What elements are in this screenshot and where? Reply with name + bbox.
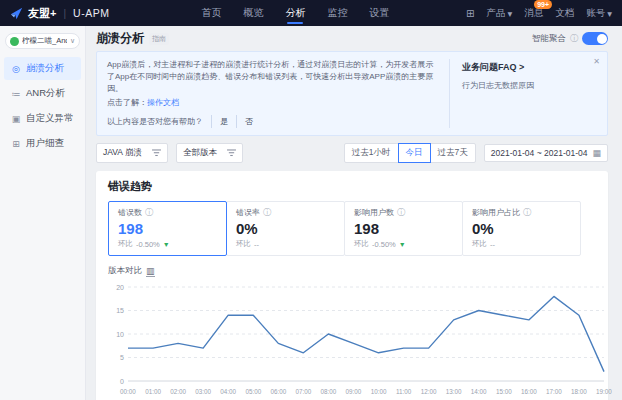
time-range-group: 过去1小时 今日 过去7天 xyxy=(344,143,476,163)
svg-text:03:00: 03:00 xyxy=(195,388,211,395)
smart-aggregation-toggle[interactable] xyxy=(582,32,608,45)
nav-item-home[interactable]: 首页 xyxy=(201,0,221,26)
stat-value: 198 xyxy=(118,220,217,237)
docs-link[interactable]: 文档 xyxy=(555,7,574,20)
sidebar-item-user-insight[interactable]: ⊞ 用户细查 xyxy=(4,132,81,155)
anr-analysis-icon: ≔ xyxy=(11,89,21,99)
delta-prefix: 环比 xyxy=(472,239,487,249)
logo-text: 友盟+ xyxy=(28,6,56,21)
top-nav-items: 首页 概览 分析 监控 设置 xyxy=(201,0,389,26)
sidebar-item-crash-analysis[interactable]: ◎ 崩溃分析 xyxy=(4,57,81,80)
banner-description: App崩溃后，对主进程和子进程的崩溃进行统计分析，通过对崩溃日志的计算，为开发者… xyxy=(107,59,439,95)
svg-text:15:00: 15:00 xyxy=(496,388,512,395)
nav-item-overview[interactable]: 概览 xyxy=(243,0,263,26)
umeng-logo[interactable]: 友盟+ | U-APM xyxy=(10,6,109,21)
svg-text:15: 15 xyxy=(116,307,124,314)
trend-chart: 0510152000:0001:0002:0003:0004:0005:0006… xyxy=(108,279,596,400)
u-apm-dashboard: 友盟+ | U-APM 首页 概览 分析 监控 设置 ⊞ 产品 ▾ 消息 99+… xyxy=(0,0,622,400)
range-today-button[interactable]: 今日 xyxy=(398,143,431,163)
feedback-no-button[interactable]: 否 xyxy=(236,115,261,128)
sidebar-item-label: 用户细查 xyxy=(26,137,64,150)
info-icon: ⓘ xyxy=(145,207,153,218)
navbar-right: ⊞ 产品 ▾ 消息 99+ 文档 账号 ▾ xyxy=(466,7,612,20)
stat-card-error-rate[interactable]: 错误率 ⓘ 0% 环比 -- xyxy=(226,201,345,256)
sidebar-item-label: 崩溃分析 xyxy=(26,62,64,75)
range-last-7-days-button[interactable]: 过去7天 xyxy=(430,143,476,163)
delta-value: -0.50% xyxy=(372,240,396,249)
grid-menu-icon[interactable]: ⊞ xyxy=(466,8,474,19)
svg-text:18:00: 18:00 xyxy=(571,388,587,395)
stat-card-affected-user-ratio[interactable]: 影响用户占比 ⓘ 0% 环比 -- xyxy=(462,201,581,256)
sidebar-item-custom-exception[interactable]: ▣ 自定义异常 xyxy=(4,107,81,130)
delta-prefix: 环比 xyxy=(118,239,133,249)
delta-value: -0.50% xyxy=(136,240,160,249)
info-icon[interactable]: ⓘ xyxy=(570,33,578,44)
caret-down-icon: ▾ xyxy=(607,8,612,19)
down-arrow-icon: ▼ xyxy=(163,241,170,248)
svg-text:19:00: 19:00 xyxy=(596,388,612,395)
filter-bar: JAVA 崩溃 全部版本 xyxy=(96,143,608,163)
svg-text:10:00: 10:00 xyxy=(371,388,387,395)
messages-link[interactable]: 消息 99+ xyxy=(524,7,543,20)
product-name: U-APM xyxy=(73,7,109,19)
svg-text:07:00: 07:00 xyxy=(295,388,311,395)
svg-text:00:00: 00:00 xyxy=(120,388,136,395)
stat-card-error-count[interactable]: 错误数 ⓘ 198 环比 -0.50% ▼ xyxy=(108,201,227,256)
version-select[interactable]: 全部版本 xyxy=(176,143,243,163)
section-title: 错误趋势 xyxy=(108,179,596,194)
range-last-hour-button[interactable]: 过去1小时 xyxy=(344,143,399,163)
info-icon: ⓘ xyxy=(397,207,405,218)
faq-sub-link[interactable]: 行为日志无数据原因 xyxy=(462,80,597,91)
stat-card-affected-users[interactable]: 影响用户数 ⓘ 198 环比 -0.50% ▼ xyxy=(344,201,463,256)
products-menu[interactable]: 产品 ▾ xyxy=(486,7,512,20)
top-navbar: 友盟+ | U-APM 首页 概览 分析 监控 设置 ⊞ 产品 ▾ 消息 99+… xyxy=(0,0,622,26)
version-compare-link[interactable]: 版本对比 ▥ xyxy=(108,265,596,277)
sidebar-item-anr-analysis[interactable]: ≔ ANR分析 xyxy=(4,82,81,105)
banner-text-area: App崩溃后，对主进程和子进程的崩溃进行统计分析，通过对崩溃日志的计算，为开发者… xyxy=(107,59,449,128)
svg-text:16:00: 16:00 xyxy=(521,388,537,395)
app-avatar xyxy=(10,37,19,46)
version-compare-label: 版本对比 xyxy=(108,265,142,277)
delta-prefix: 环比 xyxy=(354,239,369,249)
calendar-icon: ▦ xyxy=(592,148,601,158)
guide-badge: 指南 xyxy=(149,33,169,45)
page-title: 崩溃分析 xyxy=(96,30,144,47)
crash-type-select[interactable]: JAVA 崩溃 xyxy=(96,143,168,163)
crash-analysis-icon: ◎ xyxy=(11,64,21,74)
feedback-yes-button[interactable]: 是 xyxy=(211,115,236,128)
svg-text:08:00: 08:00 xyxy=(321,388,337,395)
svg-text:13:00: 13:00 xyxy=(446,388,462,395)
page-header: 崩溃分析 指南 智能聚合 ⓘ xyxy=(96,26,608,51)
faq-link[interactable]: 业务问题FAQ > xyxy=(462,61,597,74)
app-selector[interactable]: 柠檬二喵_Andr.. ∨ xyxy=(5,33,80,49)
info-icon: ⓘ xyxy=(263,207,271,218)
svg-text:02:00: 02:00 xyxy=(170,388,186,395)
stat-label: 影响用户占比 xyxy=(472,207,520,218)
stat-label: 错误数 xyxy=(118,207,142,218)
main-content: 崩溃分析 指南 智能聚合 ⓘ App崩溃后，对主进程和子进程的崩溃进行统计分析，… xyxy=(86,26,622,400)
delta-value: -- xyxy=(254,240,259,249)
error-trend-card: 错误趋势 错误数 ⓘ 198 环比 -0.50% ▼ xyxy=(96,171,608,400)
nav-item-monitor[interactable]: 监控 xyxy=(327,0,347,26)
logo-separator: | xyxy=(63,8,66,19)
date-range-value: 2021-01-04 ~ 2021-01-04 xyxy=(491,148,588,158)
stat-card-row: 错误数 ⓘ 198 环比 -0.50% ▼ 错误率 ⓘ xyxy=(108,201,596,256)
info-icon: ⓘ xyxy=(523,207,531,218)
close-icon[interactable]: ✕ xyxy=(593,57,600,66)
date-range-picker[interactable]: 2021-01-04 ~ 2021-01-04 ▦ xyxy=(484,144,608,162)
filter-icon xyxy=(152,149,161,157)
info-banner: App崩溃后，对主进程和子进程的崩溃进行统计分析，通过对崩溃日志的计算，为开发者… xyxy=(96,51,608,136)
caret-down-icon: ▾ xyxy=(507,8,512,19)
account-menu[interactable]: 账号 ▾ xyxy=(586,7,612,20)
svg-text:05:00: 05:00 xyxy=(245,388,261,395)
nav-item-settings[interactable]: 设置 xyxy=(369,0,389,26)
stat-label: 错误率 xyxy=(236,207,260,218)
nav-item-analysis[interactable]: 分析 xyxy=(285,0,305,26)
sidebar-item-label: 自定义异常 xyxy=(26,112,74,125)
docs-doc-link[interactable]: 操作文档 xyxy=(147,98,179,107)
svg-text:5: 5 xyxy=(120,354,124,361)
stat-label: 影响用户数 xyxy=(354,207,394,218)
banner-faq-area: 业务问题FAQ > 行为日志无数据原因 xyxy=(449,59,597,128)
svg-text:0: 0 xyxy=(120,378,124,385)
svg-text:20: 20 xyxy=(116,284,124,291)
